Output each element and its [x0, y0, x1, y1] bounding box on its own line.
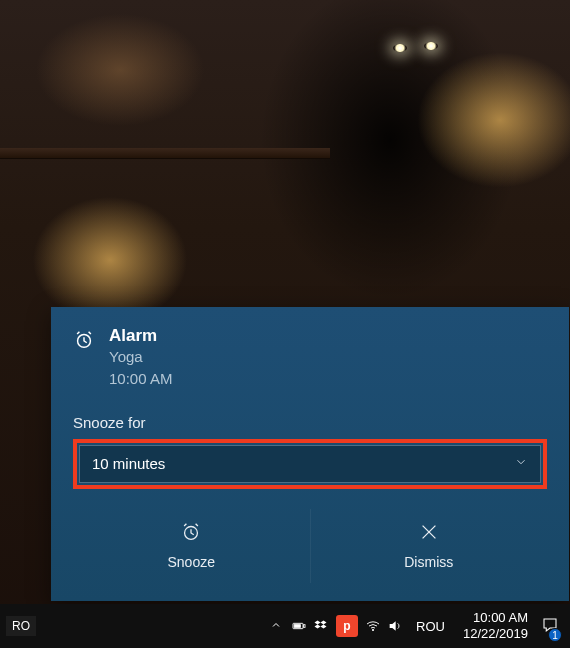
wifi-icon[interactable]	[362, 604, 384, 648]
toast-alarm-time: 10:00 AM	[109, 368, 172, 390]
dismiss-button[interactable]: Dismiss	[310, 509, 548, 583]
chevron-down-icon	[514, 455, 528, 472]
wallpaper-detail	[393, 44, 407, 52]
notification-count-badge: 1	[548, 628, 562, 642]
alarm-notification-toast: Alarm Yoga 10:00 AM Snooze for 10 minute…	[51, 307, 569, 601]
snooze-for-label: Snooze for	[73, 414, 547, 431]
battery-icon[interactable]	[288, 604, 310, 648]
toast-actions: Snooze Dismiss	[73, 509, 547, 583]
wallpaper-detail	[0, 148, 330, 158]
toast-title: Alarm	[109, 325, 172, 346]
close-icon	[418, 521, 440, 546]
dismiss-button-label: Dismiss	[404, 554, 453, 570]
taskbar-date: 12/22/2019	[463, 626, 528, 642]
volume-icon[interactable]	[384, 604, 406, 648]
dropbox-icon[interactable]	[310, 604, 332, 648]
highlight-annotation: 10 minutes	[73, 439, 547, 489]
wallpaper-detail	[424, 42, 438, 50]
desktop-wallpaper: Alarm Yoga 10:00 AM Snooze for 10 minute…	[0, 0, 570, 648]
toast-alarm-name: Yoga	[109, 346, 172, 368]
taskbar-clock[interactable]: 10:00 AM 12/22/2019	[463, 610, 528, 643]
pinned-app-letter: p	[343, 619, 350, 633]
svg-point-5	[372, 629, 373, 630]
taskbar: RO p ROU 10:00	[0, 604, 570, 648]
language-indicator[interactable]: RO	[6, 616, 36, 636]
alarm-icon	[73, 329, 95, 351]
svg-rect-3	[304, 625, 305, 628]
snooze-duration-dropdown[interactable]: 10 minutes	[79, 445, 541, 483]
taskbar-time: 10:00 AM	[463, 610, 528, 626]
alarm-clock-icon	[180, 521, 202, 546]
action-center-button[interactable]: 1	[536, 604, 564, 648]
tray-overflow-button[interactable]	[270, 619, 282, 634]
input-language-button[interactable]: ROU	[416, 619, 445, 634]
snooze-button-label: Snooze	[168, 554, 215, 570]
snooze-button[interactable]: Snooze	[73, 509, 310, 583]
pinned-app-icon[interactable]: p	[336, 615, 358, 637]
svg-rect-4	[294, 625, 300, 628]
toast-header: Alarm Yoga 10:00 AM	[73, 325, 547, 390]
snooze-duration-value: 10 minutes	[92, 455, 165, 472]
